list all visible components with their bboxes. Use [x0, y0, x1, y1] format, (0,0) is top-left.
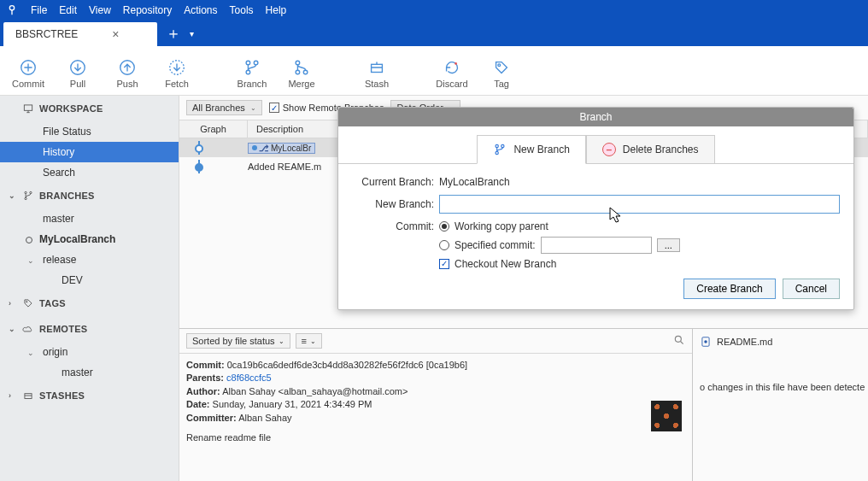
svg-point-9 — [296, 70, 300, 74]
sidebar-workspace-header[interactable]: WORKSPACE — [0, 96, 179, 121]
svg-point-5 — [246, 61, 250, 65]
parent-link[interactable]: c8f68ccfc5 — [226, 372, 272, 383]
details-panel: Sorted by file status⌄ ≡ ⌄ Commit: 0ca19… — [179, 328, 868, 481]
minus-circle-icon: – — [602, 143, 616, 156]
toolbar: Commit Pull Push Fetch Branch Merge Stas… — [0, 46, 868, 96]
current-branch-label: Current Branch: — [352, 176, 434, 188]
repo-tab[interactable]: BBSRCTREE × — [3, 22, 157, 46]
branch-icon — [22, 190, 34, 202]
sidebar-item-history[interactable]: History — [0, 142, 179, 162]
menu-help[interactable]: Help — [266, 4, 287, 16]
cloud-icon — [22, 323, 34, 335]
file-icon — [700, 336, 712, 348]
graph-node-icon — [195, 163, 203, 172]
svg-point-22 — [704, 340, 707, 343]
list-view-dropdown[interactable]: ≡ ⌄ — [296, 333, 322, 349]
branch-dialog: Branch New Branch – Delete Branches Curr… — [337, 107, 854, 310]
merge-button[interactable]: Merge — [277, 58, 326, 89]
col-graph[interactable]: Graph — [179, 120, 248, 138]
svg-point-24 — [501, 144, 504, 147]
browse-commit-button[interactable]: ... — [657, 238, 680, 252]
menu-edit[interactable]: Edit — [59, 4, 77, 16]
radio-specified-commit[interactable]: Specified commit: — [439, 239, 536, 251]
current-branch-indicator-icon — [26, 237, 32, 243]
app-icon — [5, 3, 19, 17]
radio-working-copy-parent[interactable]: Working copy parent — [439, 220, 680, 232]
svg-point-16 — [30, 191, 32, 193]
pull-button[interactable]: Pull — [53, 58, 103, 89]
commit-info: Commit: 0ca19b6ca6dedf6de3cb4dd8a30282fe… — [179, 354, 692, 449]
svg-point-10 — [303, 70, 308, 74]
dialog-title: Branch — [338, 108, 853, 126]
commit-button[interactable]: Commit — [3, 58, 53, 89]
svg-rect-19 — [25, 394, 32, 399]
current-branch-value: MyLocalBranch — [439, 176, 510, 188]
svg-point-12 — [455, 62, 457, 65]
checkout-new-branch-checkbox[interactable]: ✓Checkout New Branch — [439, 258, 680, 270]
new-tab-button[interactable]: ＋ — [157, 23, 190, 44]
sidebar-tags-header[interactable]: › TAGS — [0, 290, 179, 316]
svg-point-15 — [25, 191, 26, 193]
new-branch-input[interactable] — [439, 195, 840, 214]
menu-view[interactable]: View — [89, 4, 111, 16]
stash-icon — [22, 390, 34, 402]
branch-badge: ⎇MyLocalBr — [248, 143, 315, 154]
stash-button[interactable]: Stash — [352, 58, 402, 89]
sidebar: WORKSPACE File Status History Search ⌄ B… — [0, 96, 179, 481]
search-icon[interactable] — [673, 334, 685, 349]
monitor-icon — [22, 103, 34, 114]
branch-button[interactable]: Branch — [227, 58, 277, 89]
svg-point-17 — [25, 197, 26, 199]
commit-label: Commit: — [352, 220, 434, 232]
svg-point-8 — [296, 61, 300, 65]
file-sort-bar: Sorted by file status⌄ ≡ ⌄ — [179, 329, 692, 354]
sidebar-item-file-status[interactable]: File Status — [0, 121, 179, 142]
svg-point-7 — [246, 70, 250, 74]
sidebar-branches-header[interactable]: ⌄ BRANCHES — [0, 183, 179, 208]
svg-point-20 — [675, 336, 681, 342]
readme-file-header[interactable]: README.md — [700, 336, 861, 348]
tab-menu-chevron-icon[interactable]: ▾ — [190, 29, 194, 38]
svg-point-13 — [498, 63, 501, 66]
tab-bar: BBSRCTREE × ＋ ▾ — [0, 21, 868, 46]
sidebar-branch-release[interactable]: ⌄release — [0, 249, 179, 270]
svg-point-23 — [496, 144, 498, 147]
sidebar-item-search[interactable]: Search — [0, 162, 179, 183]
sidebar-branch-master[interactable]: master — [0, 208, 179, 229]
graph-node-icon — [195, 144, 203, 153]
menu-file[interactable]: File — [31, 4, 47, 16]
branch-icon — [493, 143, 507, 156]
tag-icon — [22, 297, 34, 309]
menu-actions[interactable]: Actions — [184, 4, 217, 16]
sidebar-stashes-header[interactable]: › STASHES — [0, 383, 179, 408]
sidebar-branch-mylocalbranch[interactable]: MyLocalBranch — [0, 229, 179, 249]
readme-note: o changes in this file have been detecte — [700, 382, 861, 392]
sort-dropdown[interactable]: Sorted by file status⌄ — [186, 333, 290, 349]
push-button[interactable]: Push — [103, 58, 152, 89]
menu-bar: File Edit View Repository Actions Tools … — [0, 0, 868, 21]
close-tab-icon[interactable]: × — [112, 27, 119, 41]
create-branch-button[interactable]: Create Branch — [683, 279, 775, 299]
discard-button[interactable]: Discard — [427, 58, 477, 89]
avatar — [651, 401, 682, 431]
new-branch-label: New Branch: — [352, 198, 434, 210]
menu-repository[interactable]: Repository — [123, 4, 172, 16]
sidebar-branch-dev[interactable]: DEV — [0, 270, 179, 290]
tag-button[interactable]: Tag — [477, 58, 526, 89]
cancel-button[interactable]: Cancel — [783, 279, 840, 299]
specified-commit-input[interactable] — [541, 237, 652, 254]
menu-tools[interactable]: Tools — [230, 4, 254, 16]
sidebar-remote-origin[interactable]: ⌄origin — [0, 342, 179, 362]
tab-new-branch[interactable]: New Branch — [477, 135, 585, 164]
fetch-button[interactable]: Fetch — [152, 58, 202, 89]
svg-rect-14 — [24, 105, 32, 110]
sidebar-remote-master[interactable]: master — [0, 362, 179, 383]
svg-point-6 — [254, 61, 258, 65]
repo-tab-title: BBSRCTREE — [15, 28, 78, 40]
branch-filter-dropdown[interactable]: All Branches⌄ — [186, 100, 262, 115]
svg-point-0 — [9, 6, 14, 10]
svg-point-25 — [496, 151, 498, 154]
svg-rect-11 — [372, 64, 383, 72]
sidebar-remotes-header[interactable]: ⌄ REMOTES — [0, 316, 179, 342]
tab-delete-branches[interactable]: – Delete Branches — [586, 135, 715, 164]
